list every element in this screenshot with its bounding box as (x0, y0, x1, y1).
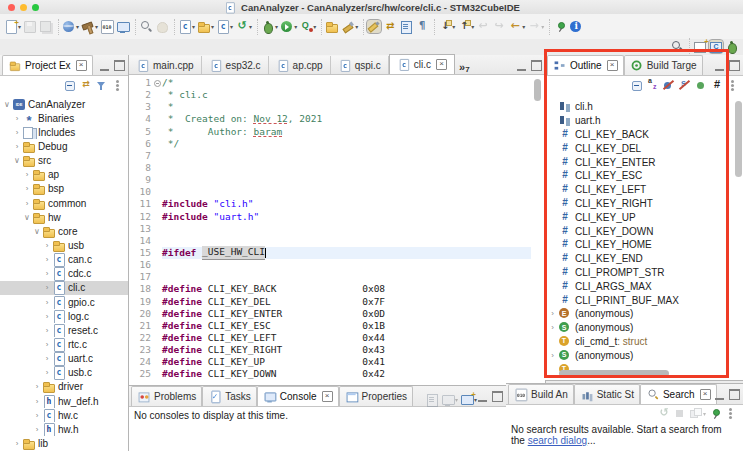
expander-icon[interactable]: › (32, 425, 42, 434)
outline-item[interactable]: cli.h (545, 100, 743, 114)
outline-item[interactable]: CLI_ARGS_MAX (545, 279, 743, 293)
code-line[interactable]: 21#define CLI_KEY_ESC 0x1B (129, 320, 531, 332)
tree-item[interactable]: › uart.c (0, 352, 128, 366)
close-icon[interactable]: × (322, 391, 333, 402)
close-icon[interactable]: × (76, 60, 87, 71)
outline-item[interactable]: CLI_KEY_ESC (545, 169, 743, 183)
outline-vertical-scrollbar[interactable] (735, 101, 742, 177)
minimize-view-button[interactable] (100, 61, 109, 71)
maximize-view-button[interactable] (492, 391, 503, 402)
expander-icon[interactable]: › (547, 323, 558, 332)
pin-search-view-button[interactable]: ▾ (707, 403, 723, 424)
tree-item[interactable]: › gpio.c (0, 295, 128, 309)
expander-icon[interactable]: › (42, 255, 52, 264)
outline-item[interactable]: cli_cmd_t : struct (545, 335, 743, 349)
outline-horizontal-scrollbar[interactable] (559, 370, 669, 377)
tree-item[interactable]: ∨ src (0, 154, 128, 168)
terminal-button[interactable]: ▾ (115, 16, 131, 37)
code-line[interactable]: 7 (129, 150, 531, 162)
outline-item[interactable]: › (anonymous) (545, 348, 743, 362)
code-line[interactable]: 25#define CLI_KEY_DOWN 0x42 (129, 368, 531, 380)
expander-icon[interactable]: › (42, 326, 52, 335)
code-line[interactable]: 4 * Created on: Nov 12, 2021 (129, 113, 531, 125)
code-line[interactable]: 13 (129, 223, 531, 235)
expander-icon[interactable]: ∨ (22, 213, 32, 222)
code-line[interactable]: 23#define CLI_KEY_RIGHT 0x43 (129, 344, 531, 356)
editor-tab[interactable]: esp32.c × (202, 56, 269, 74)
expander-icon[interactable]: › (22, 170, 32, 179)
code-line[interactable]: 16 (129, 259, 531, 271)
maximize-view-button[interactable] (729, 389, 740, 400)
go-forward-button[interactable]: ▾ (526, 16, 545, 37)
minimize-editor-button[interactable] (517, 61, 526, 71)
expander-icon[interactable]: › (42, 354, 52, 363)
code-line[interactable]: 15#ifdef _USE_HW_CLI (129, 247, 531, 259)
outline-item[interactable]: CLI_KEY_BACK (545, 128, 743, 142)
new-wizard-button[interactable]: ▾ (3, 16, 22, 37)
code-line[interactable]: 8 (129, 162, 531, 174)
expander-icon[interactable]: › (12, 439, 22, 448)
expander-icon[interactable]: › (42, 340, 52, 349)
tree-item[interactable]: › Includes (0, 125, 128, 139)
search-area-tab[interactable]: Search × (640, 384, 717, 404)
code-line[interactable]: 5 * Author: baram (129, 126, 531, 138)
tree-item[interactable]: › cdc.c (0, 267, 128, 281)
previous-annotation-button[interactable]: ▾ (456, 16, 475, 37)
tree-item[interactable]: › can.c (0, 253, 128, 267)
sort-button[interactable] (645, 75, 661, 96)
back-history-button[interactable]: ▾ (475, 16, 491, 37)
previous-searches-button[interactable]: ▾ (688, 403, 707, 424)
tree-item[interactable]: › cli.c (0, 281, 128, 295)
tab-project-explorer[interactable]: Project Ex × (2, 55, 93, 75)
tree-item[interactable]: › Binaries (0, 111, 128, 125)
tree-item[interactable]: ∨ CanAnalyzer (0, 97, 128, 111)
code-line[interactable]: 2 * cli.c (129, 89, 531, 101)
console-area-tab[interactable]: Console × (257, 386, 339, 406)
code-line[interactable]: 11#include "cli.h" (129, 198, 531, 210)
pin-editor-button[interactable]: ▾ (545, 16, 568, 37)
code-line[interactable]: 14 (129, 235, 531, 247)
expander-icon[interactable]: › (42, 298, 52, 307)
expander-icon[interactable]: › (12, 114, 22, 123)
hide-fields-button[interactable] (661, 75, 677, 96)
save-all-button[interactable]: ▾ (38, 16, 54, 37)
debug-button[interactable]: ▾ (253, 16, 279, 37)
filter-button[interactable] (94, 75, 110, 96)
hide-non-public-button[interactable] (693, 75, 709, 96)
code-line[interactable]: 17 (129, 271, 531, 283)
outline-item[interactable]: › (anonymous) (545, 307, 743, 321)
editor-tab[interactable]: main.cpp × (129, 56, 202, 74)
search-dialog-link[interactable]: search dialog (528, 435, 587, 446)
expander-icon[interactable]: › (32, 411, 42, 420)
editor-tab[interactable]: qspi.c × (331, 56, 389, 74)
hand-mode-button[interactable]: ▾ (154, 16, 170, 37)
console-area-tab[interactable]: Properties × (339, 386, 414, 406)
expander-icon[interactable]: ∨ (12, 156, 22, 165)
console-area-tab[interactable]: Problems × (131, 386, 202, 406)
link-with-editor-button[interactable]: ▾ (382, 16, 398, 37)
tree-item[interactable]: › bsp (0, 182, 128, 196)
run-button[interactable]: ▾ (279, 16, 298, 37)
save-button[interactable]: ▾ (22, 16, 38, 37)
open-element-button[interactable]: ▾ (317, 16, 340, 37)
run-search-again-button[interactable]: ▾ (656, 403, 672, 424)
collapse-all-button[interactable] (629, 75, 645, 96)
fold-icon[interactable] (154, 80, 161, 87)
expander-icon[interactable]: ∨ (32, 227, 42, 236)
tree-item[interactable]: › common (0, 196, 128, 210)
view-menu-button[interactable] (110, 75, 126, 96)
outline-item[interactable]: CLI_KEY_HOME (545, 238, 743, 252)
outline-item[interactable]: CLI_KEY_UP (545, 210, 743, 224)
close-icon[interactable]: × (700, 389, 711, 400)
open-console-button[interactable]: ▾ (459, 389, 478, 410)
code-line[interactable]: 20#define CLI_KEY_ENTER 0x0D (129, 308, 531, 320)
tree-item[interactable]: › hw_def.h (0, 394, 128, 408)
cancel-search-button[interactable]: ▾ (672, 403, 688, 424)
code-line[interactable]: 10 (129, 186, 531, 198)
code-line[interactable]: 3 * (129, 101, 531, 113)
outline-item[interactable]: › (anonymous) (545, 321, 743, 335)
expander-icon[interactable]: › (42, 269, 52, 278)
outline-item[interactable]: CLI_KEY_RIGHT (545, 197, 743, 211)
view-menu-button[interactable] (725, 75, 741, 96)
profile-button[interactable]: ▾ (298, 16, 317, 37)
